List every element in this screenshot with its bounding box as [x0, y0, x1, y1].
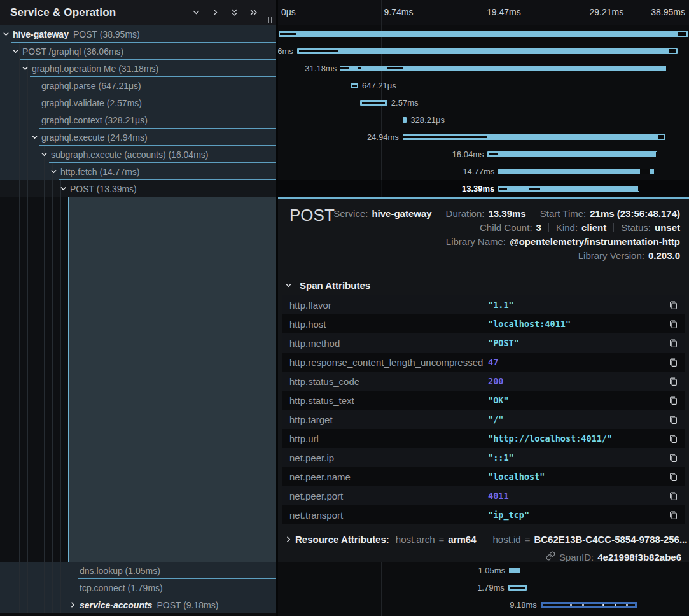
timeline-row[interactable]: 36.06ms [278, 43, 689, 60]
span-duration-bar[interactable] [487, 151, 657, 157]
copy-button[interactable] [662, 491, 685, 501]
meta-value: hive-gateway [372, 208, 431, 219]
chevron-down-icon [284, 281, 295, 290]
span-duration-bar[interactable] [403, 117, 407, 123]
timeline-row[interactable]: 1.79ms [278, 579, 689, 596]
resource-value: BC62E13B-C4CC-5854-9788-256... [534, 534, 687, 545]
span-duration-bar[interactable] [297, 48, 678, 54]
copy-button[interactable] [662, 339, 685, 348]
span-duration-bar[interactable] [360, 100, 387, 106]
chevron-down-icon[interactable] [50, 167, 60, 176]
timeline-row[interactable]: 1.05ms [278, 562, 689, 579]
attribute-value: "/" [488, 414, 662, 424]
span-name-row[interactable]: tcp.connect (1.79ms) [0, 579, 276, 596]
copy-button[interactable] [662, 415, 685, 424]
attribute-value: "::1" [488, 452, 662, 463]
span-name-row[interactable]: POST /graphql (36.06ms) [0, 43, 276, 60]
attribute-key: net.peer.port [282, 491, 488, 501]
attribute-row: http.method"POST" [282, 333, 685, 353]
span-attributes-toggle[interactable]: Span Attributes [284, 280, 370, 291]
span-duration-bar[interactable] [279, 31, 688, 37]
copy-button[interactable] [662, 319, 685, 329]
span-name-row[interactable]: graphql.parse (647.21μs) [0, 77, 276, 94]
expand-all-icon[interactable] [248, 8, 258, 18]
span-name-row[interactable]: graphql.operation Me (31.18ms) [0, 60, 276, 77]
chevron-down-icon[interactable] [2, 30, 13, 38]
timeline-row[interactable]: 9.18ms [278, 596, 689, 613]
resource-key: host.id [492, 534, 520, 545]
detail-meta-line: Library Name:@opentelemetry/instrumentat… [373, 234, 680, 248]
span-detail-panel: POST Service:hive-gateway Duration:13.39… [278, 197, 689, 562]
span-name-row[interactable]: POST (13.39ms) [0, 180, 276, 197]
timeline-row[interactable]: 13.39ms [278, 180, 689, 197]
tree-header-controls [191, 0, 258, 25]
attribute-key: http.url [282, 433, 488, 444]
span-duration-bar[interactable] [509, 568, 520, 573]
span-duration-bar[interactable] [403, 134, 665, 140]
chevron-down-icon[interactable] [21, 64, 32, 73]
timeline-row[interactable]: 647.21μs [278, 77, 689, 94]
attribute-row: http.status_text"OK" [282, 391, 685, 410]
span-duration-bar[interactable] [351, 83, 358, 88]
copy-button[interactable] [662, 510, 685, 520]
span-id-label: SpanID: [559, 552, 594, 563]
timeline-row[interactable]: 31.18ms [278, 60, 689, 77]
attribute-value: 47 [488, 357, 662, 367]
timeline-row[interactable] [278, 25, 689, 43]
span-name-row[interactable]: dns.lookup (1.05ms) [0, 562, 276, 579]
timeline-row[interactable]: 24.94ms [278, 129, 689, 146]
divider [285, 270, 682, 270]
trace-viewer: Service & Operation hive-gat [0, 0, 689, 616]
span-operation-label: POST /graphql (36.06ms) [22, 46, 123, 57]
span-name-row[interactable]: subgraph.execute (accounts) (16.04ms) [0, 146, 276, 163]
timeline-column: 0μs 9.74ms 19.47ms 29.21ms 38.95ms 36.06… [278, 0, 689, 616]
timeline-row[interactable]: 16.04ms [278, 146, 689, 163]
meta-label: Child Count: [480, 222, 532, 233]
span-id-row: SpanID: 4e21998f3b82abe6 [546, 549, 681, 562]
span-duration-bar[interactable] [541, 602, 637, 608]
copy-button[interactable] [662, 472, 685, 482]
timeline-row[interactable]: 14.77ms [278, 163, 689, 180]
bar-event-dot [570, 604, 572, 606]
timeline-row[interactable]: 2.57ms [278, 94, 689, 111]
span-name-rows-bottom: dns.lookup (1.05ms) tcp.connect (1.79ms)… [0, 562, 276, 616]
span-duration-bar[interactable] [498, 186, 639, 192]
column-resize-grip[interactable] [268, 17, 272, 23]
axis-tick: 38.95ms [651, 7, 685, 17]
collapse-one-icon[interactable] [191, 8, 201, 18]
timeline-row[interactable]: 328.21μs [278, 111, 689, 129]
span-duration-bar[interactable] [498, 169, 654, 174]
span-name-row[interactable]: service-accountsPOST (9.18ms) [0, 596, 276, 613]
attribute-value: 200 [488, 376, 662, 386]
copy-button[interactable] [662, 377, 685, 386]
row-border [49, 162, 276, 163]
chevron-down-icon[interactable] [40, 150, 51, 158]
chevron-down-icon[interactable] [31, 133, 41, 141]
indent-guides [0, 197, 70, 562]
span-name-row[interactable]: graphql.context (328.21μs) [0, 111, 276, 129]
span-operation-label: POST (38.95ms) [73, 29, 140, 39]
chevron-down-icon[interactable] [11, 47, 22, 55]
attribute-value: 4011 [488, 491, 662, 501]
link-icon[interactable] [546, 551, 555, 562]
bar-duration-label: 328.21μs [410, 111, 445, 129]
span-duration-bar[interactable] [340, 66, 669, 71]
expand-one-icon[interactable] [210, 8, 220, 18]
copy-button[interactable] [662, 434, 685, 444]
span-name-row[interactable]: graphql.validate (2.57ms) [0, 94, 276, 111]
span-duration-bar[interactable] [508, 585, 527, 591]
meta-value: @opentelemetry/instrumentation-http [510, 236, 680, 247]
resource-attributes-toggle[interactable]: Resource Attributes: host.arch = arm64 h… [284, 530, 683, 548]
span-name-row[interactable]: http.fetch (14.77ms) [0, 163, 276, 180]
chevron-right-icon[interactable] [69, 601, 80, 609]
copy-button[interactable] [662, 300, 685, 310]
chevron-down-icon[interactable] [59, 185, 70, 193]
copy-button[interactable] [662, 358, 685, 367]
collapse-all-icon[interactable] [229, 8, 239, 18]
span-name-row[interactable]: graphql.execute (24.94ms) [0, 129, 276, 146]
copy-button[interactable] [662, 453, 685, 463]
span-tree-column: Service & Operation hive-gat [0, 0, 276, 616]
copy-button[interactable] [662, 396, 685, 405]
bar-duration-label: 9.18ms [510, 596, 537, 613]
span-name-row[interactable]: hive-gatewayPOST (38.95ms) [0, 25, 276, 43]
